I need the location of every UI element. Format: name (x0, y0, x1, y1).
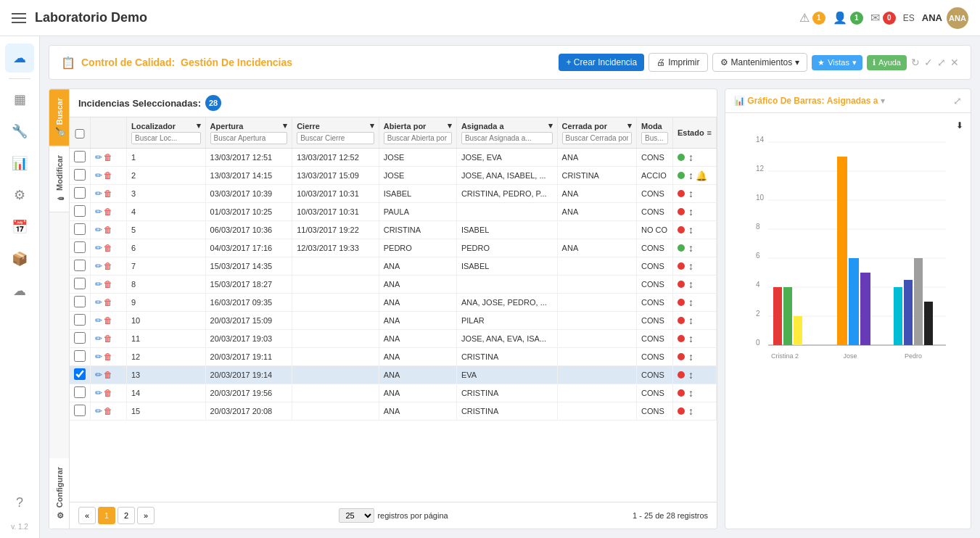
edit-row-icon[interactable]: ✏ (95, 334, 102, 344)
th-estado[interactable]: Estado ≡ (673, 117, 717, 149)
row-checkbox[interactable] (74, 223, 86, 235)
table-row[interactable]: ✏ 🗑 8 15/03/2017 18:27 ANA CONS ↕ (70, 276, 717, 294)
status-arrow-icon[interactable]: ↕ (688, 206, 693, 218)
delete-row-icon[interactable]: 🗑 (104, 207, 112, 217)
table-row[interactable]: ✏ 🗑 6 04/03/2017 17:16 12/03/2017 19:33 … (70, 239, 717, 257)
status-arrow-icon[interactable]: ↕ (688, 387, 693, 399)
delete-row-icon[interactable]: 🗑 (104, 315, 112, 326)
vistas-button[interactable]: ★ Vistas ▾ (812, 55, 862, 70)
vtab-configurar[interactable]: ⚙ Configurar (49, 458, 69, 529)
sidebar-item-help[interactable]: ? (5, 488, 34, 517)
crear-incidencia-button[interactable]: + Crear Incidencia (559, 54, 644, 71)
edit-row-icon[interactable]: ✏ (95, 315, 102, 326)
delete-row-icon[interactable]: 🗑 (104, 297, 112, 307)
edit-row-icon[interactable]: ✏ (95, 388, 102, 398)
filter-apertura[interactable] (210, 132, 288, 144)
edit-row-icon[interactable]: ✏ (95, 297, 102, 307)
sidebar-item-box[interactable]: 📦 (5, 244, 34, 273)
filter-asignada-a[interactable] (461, 132, 553, 144)
row-checkbox[interactable] (74, 368, 86, 380)
mail-badge[interactable]: ✉ 0 (870, 11, 896, 25)
row-checkbox[interactable] (74, 260, 86, 271)
status-arrow-icon[interactable]: ↕ (688, 351, 693, 363)
status-arrow-icon[interactable]: ↕ (688, 297, 693, 308)
delete-row-icon[interactable]: 🗑 (104, 225, 112, 235)
sidebar-item-settings[interactable]: ⚙ (5, 181, 34, 210)
status-arrow-icon[interactable]: ↕ (688, 278, 693, 290)
table-row[interactable]: ✏ 🗑 14 20/03/2017 19:56 ANA CRISTINA CON… (70, 384, 717, 402)
status-arrow-icon[interactable]: ↕ (688, 188, 693, 199)
vtab-buscar[interactable]: 🔍 Buscar (49, 89, 69, 146)
notification-badge[interactable]: ⚠ 1 (799, 11, 825, 25)
page-prev-button[interactable]: « (78, 507, 96, 524)
row-checkbox[interactable] (74, 187, 86, 199)
edit-row-icon[interactable]: ✏ (95, 152, 102, 162)
sidebar-item-cloud2[interactable]: ☁ (5, 276, 34, 305)
delete-row-icon[interactable]: 🗑 (104, 352, 112, 362)
table-row[interactable]: ✏ 🗑 4 01/03/2017 10:25 10/03/2017 10:31 … (70, 203, 717, 221)
filter-cerrada-por[interactable] (562, 132, 632, 144)
row-checkbox[interactable] (74, 386, 86, 398)
table-row[interactable]: ✏ 🗑 7 15/03/2017 14:35 ANA ISABEL CONS ↕ (70, 257, 717, 276)
sidebar-item-calendar[interactable]: 📅 (5, 212, 34, 241)
status-arrow-icon[interactable]: ↕ (688, 170, 693, 181)
filter-cierre[interactable] (297, 132, 374, 144)
status-arrow-icon[interactable]: ↕ (688, 242, 693, 254)
delete-row-icon[interactable]: 🗑 (104, 152, 112, 162)
check-icon[interactable]: ✓ (924, 57, 933, 68)
edit-row-icon[interactable]: ✏ (95, 189, 102, 199)
edit-row-icon[interactable]: ✏ (95, 170, 102, 181)
edit-row-icon[interactable]: ✏ (95, 261, 102, 271)
edit-row-icon[interactable]: ✏ (95, 243, 102, 253)
sidebar-item-tools[interactable]: 🔧 (5, 117, 34, 146)
row-checkbox[interactable] (74, 332, 86, 344)
row-checkbox[interactable] (74, 405, 86, 416)
delete-row-icon[interactable]: 🗑 (104, 243, 112, 253)
table-row[interactable]: ✏ 🗑 2 13/03/2017 14:15 13/03/2017 15:09 … (70, 167, 717, 185)
row-checkbox[interactable] (74, 314, 86, 326)
status-arrow-icon[interactable]: ↕ (688, 224, 693, 236)
delete-row-icon[interactable]: 🗑 (104, 261, 112, 271)
table-row[interactable]: ✏ 🗑 1 13/03/2017 12:51 13/03/2017 12:52 … (70, 149, 717, 167)
sidebar-item-chart[interactable]: 📊 (5, 149, 34, 178)
row-checkbox[interactable] (74, 205, 86, 217)
status-arrow-icon[interactable]: ↕ (688, 152, 693, 163)
edit-row-icon[interactable]: ✏ (95, 279, 102, 289)
filter-abierta-por[interactable] (384, 132, 452, 144)
status-arrow-icon[interactable]: ↕ (688, 405, 693, 417)
table-row[interactable]: ✏ 🗑 13 20/03/2017 19:14 ANA EVA CONS ↕ (70, 366, 717, 384)
status-arrow-icon[interactable]: ↕ (688, 260, 693, 272)
row-checkbox[interactable] (74, 278, 86, 289)
users-badge[interactable]: 👤 1 (833, 11, 863, 25)
imprimir-button[interactable]: 🖨 Imprimir (648, 53, 707, 72)
hamburger-menu[interactable] (12, 13, 26, 23)
delete-row-icon[interactable]: 🗑 (104, 170, 112, 181)
refresh-icon[interactable]: ↻ (911, 57, 920, 68)
download-icon[interactable]: ⬇ (956, 120, 963, 131)
th-asignada-a[interactable]: Asignada a ▾ (456, 117, 557, 149)
delete-row-icon[interactable]: 🗑 (104, 406, 112, 416)
th-abierta-por[interactable]: Abierta por ▾ (379, 117, 456, 149)
ayuda-button[interactable]: ℹ Ayuda (867, 55, 907, 70)
chevron-chart-icon[interactable]: ▾ (881, 96, 885, 106)
select-all-checkbox[interactable] (74, 129, 86, 138)
status-arrow-icon[interactable]: ↕ (688, 369, 693, 381)
bell-icon[interactable]: 🔔 (696, 170, 707, 181)
sidebar-item-grid[interactable]: ▦ (5, 85, 34, 114)
th-cierre[interactable]: Cierre ▾ (292, 117, 379, 149)
table-row[interactable]: ✏ 🗑 5 06/03/2017 10:36 11/03/2017 19:22 … (70, 221, 717, 239)
sidebar-item-cloud[interactable]: ☁ (5, 44, 34, 73)
status-arrow-icon[interactable]: ↕ (688, 333, 693, 344)
th-localizador[interactable]: Localizador ▾ (127, 117, 206, 149)
table-row[interactable]: ✏ 🗑 9 16/03/2017 09:35 ANA ANA, JOSE, PE… (70, 294, 717, 312)
delete-row-icon[interactable]: 🗑 (104, 334, 112, 344)
table-row[interactable]: ✏ 🗑 11 20/03/2017 19:03 ANA JOSE, ANA, E… (70, 330, 717, 348)
th-cerrada-por[interactable]: Cerrada por ▾ (557, 117, 636, 149)
table-row[interactable]: ✏ 🗑 12 20/03/2017 19:11 ANA CRISTINA CON… (70, 348, 717, 366)
delete-row-icon[interactable]: 🗑 (104, 388, 112, 398)
edit-row-icon[interactable]: ✏ (95, 406, 102, 416)
th-apertura[interactable]: Apertura ▾ (205, 117, 292, 149)
th-moda[interactable]: Moda (637, 117, 673, 149)
table-row[interactable]: ✏ 🗑 10 20/03/2017 15:09 ANA PILAR CONS ↕ (70, 312, 717, 330)
edit-row-icon[interactable]: ✏ (95, 225, 102, 235)
